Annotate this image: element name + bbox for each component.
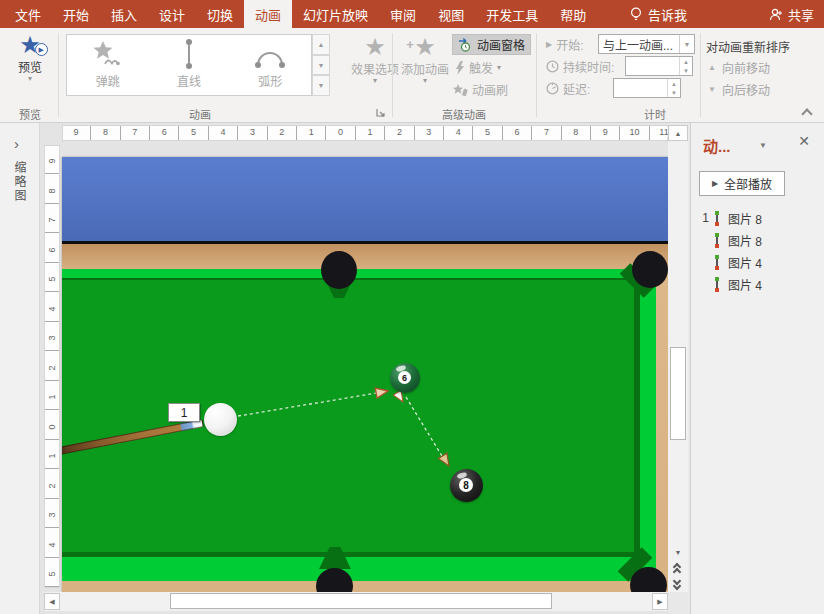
vertical-scroll-thumb[interactable] [670,347,686,440]
gallery-item-bounce[interactable]: 弹跳 [67,35,148,95]
previous-slide-button[interactable] [671,562,685,576]
motion-path-1[interactable] [238,392,383,416]
ruler-number: 5 [47,568,57,580]
play-icon: ▶ [712,179,718,188]
spinner-buttons[interactable]: ▲▼ [679,57,692,75]
motion-path-2[interactable] [406,397,445,461]
ribbon-tabs: 文件开始插入设计切换动画幻灯片放映审阅视图开发工具帮助 [0,0,597,28]
start-combobox[interactable]: 与上一动画... ▼ [598,34,695,54]
scroll-up-button[interactable]: ▲ [668,125,688,141]
preview-button[interactable]: ★▶ 预览 ▾ [6,33,54,82]
ruler-number: 3 [248,127,257,137]
animation-pane-icon [458,37,473,52]
add-animation-button[interactable]: +★ 添加动画 ▾ [398,35,452,84]
gallery-scrollbar: ▲ ▼ ▼ [312,34,330,96]
spinner-buttons[interactable]: ▲▼ [667,79,680,97]
ruler-number: 9 [71,127,80,137]
animation-list-item[interactable]: 图片 4 [691,251,824,273]
expand-thumbnails-icon[interactable]: › [14,135,19,152]
gallery-scroll-up[interactable]: ▲ [312,34,330,55]
ruler-number: 4 [47,539,57,551]
delay-label: 延迟: [563,80,590,97]
slide[interactable]: 6 8 1 [62,157,668,592]
share-label: 共享 [788,5,814,24]
move-earlier-button[interactable]: ▲ 向前移动 [708,59,770,76]
animation-painter-label: 动画刷 [472,81,508,98]
scroll-right-button[interactable]: ▶ [652,593,668,610]
ruler-number: 5 [189,127,198,137]
add-animation-icon: +★ [414,35,436,59]
ruler-number: 4 [47,303,57,315]
tab-插入[interactable]: 插入 [100,0,148,28]
animation-painter-button[interactable]: 动画刷 [452,80,508,99]
tab-视图[interactable]: 视图 [427,0,475,28]
animation-list-item[interactable]: 图片 8 [691,229,824,251]
gallery-scroll-down[interactable]: ▼ [312,55,330,76]
arrow-down-icon: ▼ [708,85,716,94]
delay-spinner[interactable]: ▲▼ [613,78,681,98]
animation-order: 1 [691,211,713,225]
pane-dropdown-icon[interactable]: ▼ [759,141,767,150]
horizontal-scroll-thumb[interactable] [170,593,552,609]
tab-切换[interactable]: 切换 [196,0,244,28]
trigger-button[interactable]: 触发 ▾ [455,58,501,77]
gallery-expand[interactable]: ▼ [312,75,330,96]
tab-文件[interactable]: 文件 [4,0,52,28]
six-ball[interactable]: 6 [390,363,420,393]
move-earlier-label: 向前移动 [722,59,770,76]
duration-spinner[interactable]: ▲▼ [625,56,693,76]
motion-path-icon [713,255,721,270]
ruler-number: 9 [47,155,57,167]
motion-path-icon [713,277,721,292]
animation-target-label: 图片 8 [728,210,762,227]
gallery-item-line[interactable]: 直线 [148,35,229,95]
horizontal-scrollbar[interactable]: ◀ ▶ [44,592,668,611]
motion-path-icon [713,233,721,248]
thumbnail-strip[interactable]: › 缩略图 [0,123,40,614]
thumbnails-label: 缩略图 [11,161,28,203]
animation-target-label: 图片 8 [728,232,762,249]
animation-pane-button[interactable]: 动画窗格 [452,34,531,55]
play-all-button[interactable]: ▶ 全部播放 [699,171,785,196]
animation-gallery: 弹跳 直线 弧形 [66,34,312,96]
ruler-number: 4 [454,127,463,137]
tab-帮助[interactable]: 帮助 [549,0,597,28]
ruler-number: 8 [101,127,110,137]
clock-icon [546,60,559,73]
vertical-scrollbar[interactable]: ▲ ▼ [668,125,688,592]
tab-开发工具[interactable]: 开发工具 [475,0,549,28]
tab-开始[interactable]: 开始 [52,0,100,28]
gallery-item-arc[interactable]: 弧形 [230,35,311,95]
ruler-number: 5 [47,273,57,285]
eight-ball[interactable]: 8 [450,469,483,502]
move-later-button[interactable]: ▼ 向后移动 [708,81,770,98]
ruler-number: 1 [47,391,57,403]
animation-list-item[interactable]: 1 图片 8 [691,207,824,229]
tab-设计[interactable]: 设计 [148,0,196,28]
horizontal-ruler: 98765432101234567891011 [62,125,668,141]
next-slide-button[interactable] [671,578,685,592]
share-button[interactable]: 共享 [769,0,814,28]
close-icon[interactable]: ✕ [798,133,810,149]
tab-动画[interactable]: 动画 [244,0,292,28]
start-label: 开始: [556,36,583,53]
ribbon: ★▶ 预览 ▾ 预览 弹跳 直线 弧形 ▲ ▼ [0,28,824,123]
motion-path-2-end-arrow[interactable] [438,453,453,468]
ruler-number: 3 [47,332,57,344]
dialog-launcher-icon[interactable] [376,108,385,117]
arc-path-icon [257,40,283,68]
animation-list-item[interactable]: 图片 4 [691,273,824,295]
duration-row: 持续时间: [546,57,614,76]
combobox-dropdown[interactable]: ▼ [679,35,694,53]
chevron-down-icon: ▾ [497,65,501,71]
animation-order-badge[interactable]: 1 [168,403,200,422]
scroll-left-button[interactable]: ◀ [44,593,60,610]
scroll-down-button[interactable]: ▼ [668,545,688,559]
tab-审阅[interactable]: 审阅 [379,0,427,28]
collapse-ribbon-icon[interactable] [802,108,810,116]
tab-幻灯片放映[interactable]: 幻灯片放映 [292,0,379,28]
motion-path-1-end-arrow[interactable] [375,386,389,398]
tell-me[interactable]: 告诉我 [630,0,687,28]
motion-path-layer [62,157,668,592]
cue-ball[interactable] [204,403,237,436]
